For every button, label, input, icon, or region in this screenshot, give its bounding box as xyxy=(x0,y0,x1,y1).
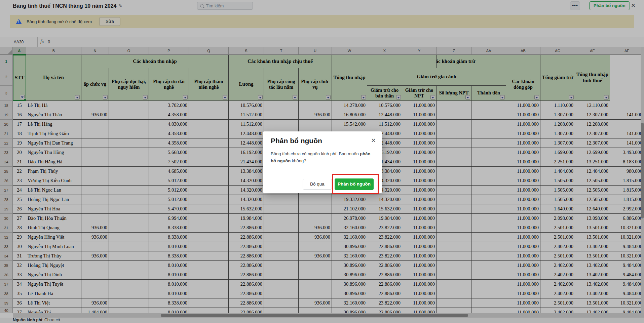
skip-button[interactable]: Bỏ qua xyxy=(303,179,332,190)
dialog-message: Bảng tính chưa có nguồn kinh phí. Bạn mu… xyxy=(271,151,376,165)
app-window: Bảng tính thuế TNCN tháng 10 năm 2024 ✎ … xyxy=(0,0,644,323)
annotation-highlight-rectangle xyxy=(332,174,379,194)
dialog-close-icon[interactable]: ✕ xyxy=(371,137,376,144)
dialog-title: Phân bổ nguồn xyxy=(271,137,322,145)
